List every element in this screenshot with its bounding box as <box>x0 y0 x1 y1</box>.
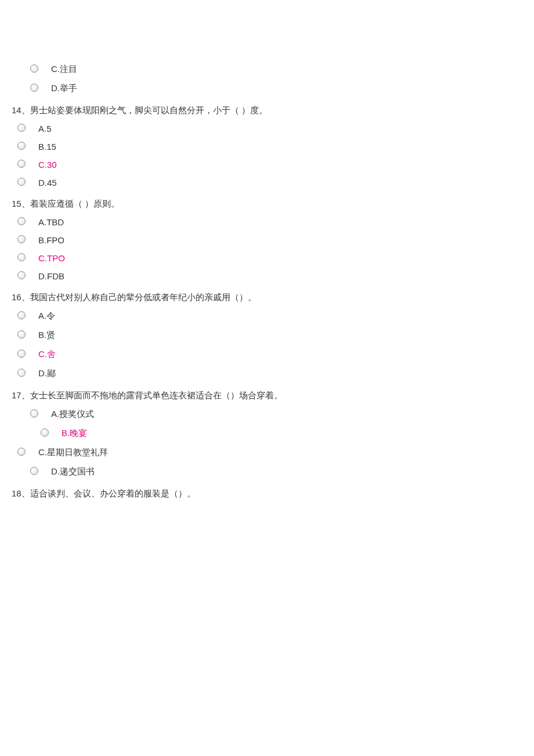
question-number: 18、 <box>12 488 30 498</box>
quiz-content: C.注目 D.举手 14、男士站姿要体现阳刚之气，脚尖可以自然分开，小于（ ）度… <box>0 0 534 530</box>
radio-icon[interactable] <box>17 235 26 243</box>
option-row[interactable]: D.举手 <box>12 83 522 94</box>
option-row[interactable]: A.授奖仪式 <box>12 409 522 420</box>
question-text: 适合谈判、会议、办公穿着的服装是（）。 <box>30 488 196 498</box>
radio-icon[interactable] <box>30 467 38 475</box>
radio-icon[interactable] <box>41 429 49 437</box>
radio-icon[interactable] <box>17 271 26 279</box>
radio-icon[interactable] <box>17 253 26 261</box>
option-row[interactable]: D.鄙 <box>12 368 522 379</box>
option-label: A.授奖仪式 <box>51 409 94 420</box>
radio-icon[interactable] <box>17 311 26 319</box>
option-label: A.TBD <box>38 217 64 227</box>
radio-icon[interactable] <box>17 160 26 168</box>
question-17: 17、女士长至脚面而不拖地的露背式单色连衣裙适合在（）场合穿着。 A.授奖仪式 … <box>12 387 522 477</box>
option-label: C.星期日教堂礼拜 <box>38 447 108 458</box>
radio-icon[interactable] <box>30 84 38 92</box>
question-16: 16、我国古代对别人称自己的辈分低或者年纪小的亲戚用（）。 A.令 B.贤 C.… <box>12 289 522 379</box>
question-text: 我国古代对别人称自己的辈分低或者年纪小的亲戚用（）。 <box>30 292 257 302</box>
option-label: D.鄙 <box>38 368 56 379</box>
radio-icon[interactable] <box>30 409 38 417</box>
option-label: B.15 <box>38 142 56 152</box>
option-row[interactable]: D.FDB <box>12 271 522 281</box>
question-stem: 14、男士站姿要体现阳刚之气，脚尖可以自然分开，小于（ ）度。 <box>12 102 522 118</box>
question-number: 14、 <box>12 105 30 115</box>
question-stem: 15、着装应遵循（ ）原则。 <box>12 196 522 211</box>
option-label: C.舍 <box>38 349 56 360</box>
radio-icon[interactable] <box>17 142 26 150</box>
radio-icon[interactable] <box>17 217 26 225</box>
question-number: 16、 <box>12 292 30 302</box>
option-row[interactable]: D.递交国书 <box>12 466 522 477</box>
question-text: 女士长至脚面而不拖地的露背式单色连衣裙适合在（）场合穿着。 <box>30 390 283 400</box>
question-stem: 18、适合谈判、会议、办公穿着的服装是（）。 <box>12 485 522 501</box>
option-label: D.45 <box>38 178 57 188</box>
option-label: B.贤 <box>38 330 55 341</box>
option-row[interactable]: B.贤 <box>12 330 522 341</box>
option-row[interactable]: C.舍 <box>12 349 522 360</box>
radio-icon[interactable] <box>17 350 26 358</box>
radio-icon[interactable] <box>17 330 26 339</box>
option-row[interactable]: B.FPO <box>12 235 522 245</box>
option-row[interactable]: B.晚宴 <box>12 428 522 439</box>
option-label: B.晚宴 <box>62 428 87 439</box>
option-label: C.30 <box>38 160 57 170</box>
option-label: A.令 <box>38 311 55 322</box>
question-text: 男士站姿要体现阳刚之气，脚尖可以自然分开，小于（ ）度。 <box>30 105 268 115</box>
option-row[interactable]: C.TPO <box>12 253 522 263</box>
option-label: D.举手 <box>51 83 77 94</box>
option-row[interactable]: B.15 <box>12 142 522 152</box>
option-label: C.TPO <box>38 253 65 263</box>
question-14: 14、男士站姿要体现阳刚之气，脚尖可以自然分开，小于（ ）度。 A.5 B.15… <box>12 102 522 188</box>
option-row[interactable]: C.星期日教堂礼拜 <box>12 447 522 458</box>
radio-icon[interactable] <box>30 64 38 73</box>
option-label: B.FPO <box>38 235 64 245</box>
option-label: C.注目 <box>51 64 77 75</box>
orphan-options-block: C.注目 D.举手 <box>12 64 522 94</box>
question-text: 着装应遵循（ ）原则。 <box>30 199 120 208</box>
option-row[interactable]: A.5 <box>12 124 522 134</box>
question-stem: 16、我国古代对别人称自己的辈分低或者年纪小的亲戚用（）。 <box>12 289 522 305</box>
question-number: 15、 <box>12 199 30 208</box>
option-label: A.5 <box>38 124 52 134</box>
radio-icon[interactable] <box>17 178 26 186</box>
option-row[interactable]: D.45 <box>12 178 522 188</box>
option-row[interactable]: C.30 <box>12 160 522 170</box>
question-18: 18、适合谈判、会议、办公穿着的服装是（）。 <box>12 485 522 501</box>
radio-icon[interactable] <box>17 124 26 132</box>
question-stem: 17、女士长至脚面而不拖地的露背式单色连衣裙适合在（）场合穿着。 <box>12 387 522 403</box>
option-row[interactable]: A.TBD <box>12 217 522 227</box>
option-row[interactable]: A.令 <box>12 311 522 322</box>
radio-icon[interactable] <box>17 448 26 456</box>
question-15: 15、着装应遵循（ ）原则。 A.TBD B.FPO C.TPO D.FDB <box>12 196 522 281</box>
option-label: D.递交国书 <box>51 466 95 477</box>
question-number: 17、 <box>12 390 30 400</box>
option-row[interactable]: C.注目 <box>12 64 522 75</box>
option-label: D.FDB <box>38 271 64 281</box>
radio-icon[interactable] <box>17 369 26 377</box>
